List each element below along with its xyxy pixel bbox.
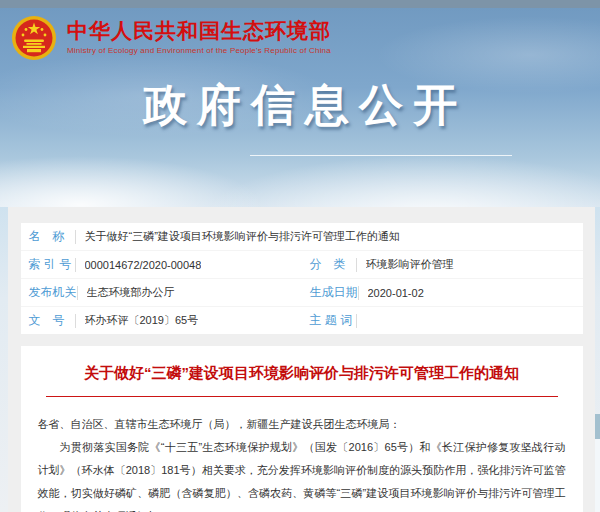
meta-separator <box>358 286 359 300</box>
scrollbar-track[interactable] <box>595 414 600 512</box>
meta-cell: 生成日期 2020-01-02 <box>302 279 583 306</box>
meta-row-issuer: 发布机关 生态环境部办公厅 生成日期 2020-01-02 <box>21 279 583 307</box>
ministry-title-block: 中华人民共和国生态环境部 Ministry of Ecology and Env… <box>67 14 331 55</box>
document-salutation: 各省、自治区、直辖市生态环境厅（局），新疆生产建设兵团生态环境局： <box>38 413 566 436</box>
meta-cell: 分 类 环境影响评价管理 <box>302 251 583 278</box>
meta-separator <box>356 258 357 272</box>
meta-label-index-number: 索 引 号 <box>29 256 75 273</box>
page-title: 政府信息公开 <box>0 76 600 135</box>
meta-separator <box>75 258 76 272</box>
metadata-card: 名 称 关于做好“三磷”建设项目环境影响评价与排污许可管理工作的通知 索 引 号… <box>21 223 583 334</box>
meta-cell: 发布机关 生态环境部办公厅 <box>21 279 302 306</box>
sky-banner: 中华人民共和国生态环境部 Ministry of Ecology and Env… <box>0 0 600 207</box>
meta-separator <box>356 314 357 328</box>
meta-label-category: 分 类 <box>310 256 356 273</box>
banner-underline <box>250 155 512 156</box>
scrollbar-thumb[interactable] <box>595 414 600 439</box>
meta-label-issuing-agency: 发布机关 <box>29 284 77 301</box>
title-divider <box>46 396 558 397</box>
document-title: 关于做好“三磷”建设项目环境影响评价与排污许可管理工作的通知 <box>76 360 528 386</box>
meta-cell: 名 称 关于做好“三磷”建设项目环境影响评价与排污许可管理工作的通知 <box>21 223 583 250</box>
meta-value-issuing-agency: 生态环境部办公厅 <box>87 285 175 300</box>
meta-row-docnumber: 文 号 环办环评〔2019〕65号 主 题 词 <box>21 307 583 334</box>
meta-label-issue-date: 生成日期 <box>310 284 358 301</box>
meta-separator <box>75 314 76 328</box>
ministry-name-en: Ministry of Ecology and Environment of t… <box>67 46 331 55</box>
meta-separator <box>75 230 76 244</box>
document-body: 各省、自治区、直辖市生态环境厅（局），新疆生产建设兵团生态环境局： 为贯彻落实国… <box>38 413 566 512</box>
meta-row-index: 索 引 号 000014672/2020-00048 分 类 环境影响评价管理 <box>21 251 583 279</box>
meta-label-subject-words: 主 题 词 <box>310 312 356 329</box>
meta-label-document-number: 文 号 <box>29 312 75 329</box>
meta-value-index-number: 000014672/2020-00048 <box>85 259 202 271</box>
meta-cell: 索 引 号 000014672/2020-00048 <box>21 251 302 278</box>
national-emblem-icon <box>10 14 58 62</box>
content-panel: 名 称 关于做好“三磷”建设项目环境影响评价与排污许可管理工作的通知 索 引 号… <box>8 207 595 512</box>
document-paragraph: 为贯彻落实国务院《“十三五”生态环境保护规划》（国发〔2016〕65号）和《长江… <box>38 436 566 512</box>
ministry-logo-link[interactable]: 中华人民共和国生态环境部 Ministry of Ecology and Env… <box>10 14 331 62</box>
meta-value-document-number: 环办环评〔2019〕65号 <box>85 313 199 328</box>
meta-cell: 文 号 环办环评〔2019〕65号 <box>21 307 302 334</box>
meta-separator <box>77 286 78 300</box>
ministry-name-cn: 中华人民共和国生态环境部 <box>67 19 331 43</box>
meta-value-issue-date: 2020-01-02 <box>368 287 424 299</box>
meta-cell: 主 题 词 <box>302 307 583 334</box>
meta-label-name: 名 称 <box>29 228 75 245</box>
document-card: 关于做好“三磷”建设项目环境影响评价与排污许可管理工作的通知 各省、自治区、直辖… <box>21 346 583 512</box>
meta-value-category: 环境影响评价管理 <box>366 257 454 272</box>
meta-row-name: 名 称 关于做好“三磷”建设项目环境影响评价与排污许可管理工作的通知 <box>21 223 583 251</box>
top-strip <box>0 0 600 8</box>
meta-value-name: 关于做好“三磷”建设项目环境影响评价与排污许可管理工作的通知 <box>85 229 400 244</box>
content-area: 名 称 关于做好“三磷”建设项目环境影响评价与排污许可管理工作的通知 索 引 号… <box>0 207 600 512</box>
